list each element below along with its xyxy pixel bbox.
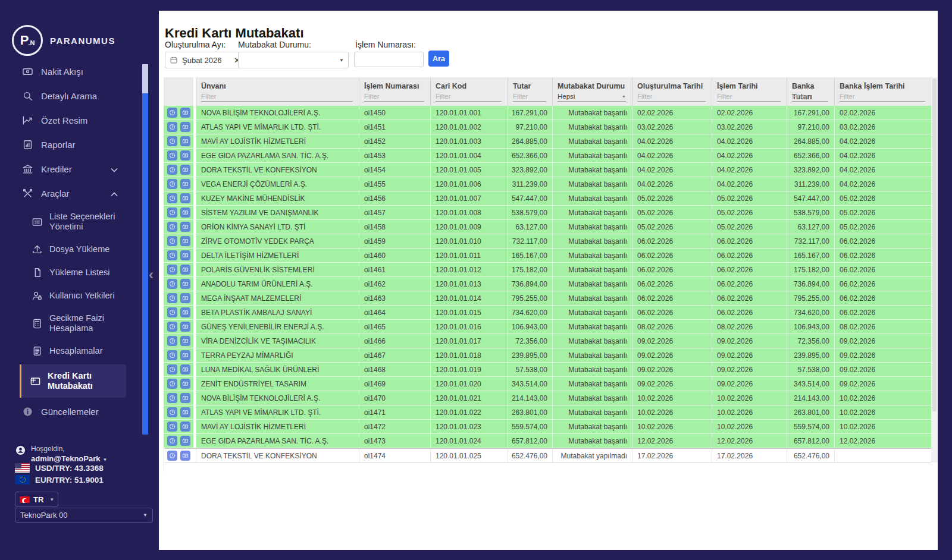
row-payment-button[interactable] <box>180 336 190 346</box>
txn-number-input[interactable] <box>354 52 424 67</box>
column-filter-input[interactable]: Filter <box>513 93 546 102</box>
table-row[interactable]: NOVA BİLİŞİM TEKNOLOJİLERİ A.Ş. oi1450 1… <box>164 106 931 120</box>
table-row[interactable]: LUNA MEDİKAL SAĞLIK ÜRÜNLERİ oi1468 120.… <box>164 363 931 377</box>
column-filter-input[interactable]: Filter <box>840 93 925 102</box>
sidebar-item-krediler[interactable]: Krediler <box>0 157 140 181</box>
row-payment-button[interactable] <box>180 436 190 446</box>
row-payment-button[interactable] <box>180 222 190 232</box>
row-payment-button[interactable] <box>180 165 190 175</box>
sidebar-item-nakit-akisi[interactable]: Nakit Akışı <box>0 59 140 84</box>
row-history-button[interactable] <box>167 108 177 118</box>
table-row[interactable]: ZİRVE OTOMOTİV YEDEK PARÇA oi1459 120.01… <box>164 234 931 248</box>
row-payment-button[interactable] <box>180 250 190 260</box>
table-row[interactable]: MAVİ AY LOJİSTİK HİZMETLERİ oi1472 120.0… <box>164 420 931 434</box>
sidebar-item-ozet-resim[interactable]: Özet Resim <box>0 108 140 133</box>
sidebar-scrollbar[interactable] <box>142 64 148 435</box>
row-history-button[interactable] <box>167 179 177 189</box>
sidebar-subitem-dosya-yukleme[interactable]: Dosya Yükleme <box>0 238 140 261</box>
table-row[interactable]: SİSTEM YAZILIM VE DANIŞMANLIK oi1457 120… <box>164 206 931 220</box>
row-payment-button[interactable] <box>180 265 190 275</box>
row-payment-button[interactable] <box>180 150 190 161</box>
table-row[interactable]: NOVA BİLİŞİM TEKNOLOJİLERİ A.Ş. oi1470 1… <box>164 391 931 405</box>
row-history-button[interactable] <box>167 350 177 360</box>
row-payment-button[interactable] <box>180 136 190 146</box>
column-filter-input[interactable]: Filter <box>364 93 424 102</box>
column-filter-input[interactable]: Filter <box>201 93 353 102</box>
table-row[interactable]: VİRA DENİZCİLİK VE TAŞIMACILIK oi1466 12… <box>164 334 931 348</box>
row-history-button[interactable] <box>167 379 177 389</box>
table-row[interactable]: ZENİT ENDÜSTRİYEL TASARIM oi1469 120.01.… <box>164 377 931 391</box>
table-row[interactable]: ATLAS YAPI VE MİMARLIK LTD. ŞTİ. oi1471 … <box>164 405 931 420</box>
row-history-button[interactable] <box>167 207 177 218</box>
sidebar-subitem-kullanici-yetkileri[interactable]: Kullanıcı Yetkileri <box>0 284 140 307</box>
table-row[interactable]: EGE GIDA PAZARLAMA SAN. TİC. A.Ş. oi1473… <box>164 434 931 448</box>
sidebar-scrollbar-thumb[interactable] <box>142 64 148 93</box>
row-history-button[interactable] <box>167 236 177 246</box>
sidebar-subitem-gecikme-faizi[interactable]: Gecikme Faizi Hesaplama <box>0 307 140 339</box>
table-row[interactable]: ATLAS YAPI VE MİMARLIK LTD. ŞTİ. oi1451 … <box>164 120 931 134</box>
row-payment-button[interactable] <box>180 279 190 289</box>
table-scrollbar[interactable] <box>931 77 938 463</box>
row-payment-button[interactable] <box>180 350 190 360</box>
row-history-button[interactable] <box>167 193 177 203</box>
row-history-button[interactable] <box>167 364 177 375</box>
table-row[interactable]: POLARİS GÜVENLİK SİSTEMLERİ oi1461 120.0… <box>164 263 931 277</box>
user-block[interactable]: Hoşgeldin, admin@TeknoPark▼ <box>15 445 107 465</box>
status-select[interactable]: ▼ <box>238 52 349 68</box>
row-payment-button[interactable] <box>180 322 190 332</box>
company-select[interactable]: TeknoPark 00 ▼ <box>15 508 153 523</box>
sidebar-item-araclar[interactable]: Araçlar <box>0 181 140 206</box>
sidebar-item-raporlar[interactable]: Raporlar <box>0 133 140 157</box>
row-history-button[interactable] <box>167 293 177 303</box>
row-payment-button[interactable] <box>180 451 190 461</box>
row-payment-button[interactable] <box>180 364 190 375</box>
table-scrollbar-thumb[interactable] <box>932 78 937 411</box>
row-history-button[interactable] <box>167 250 177 260</box>
sidebar-item-detayli-arama[interactable]: Detaylı Arama <box>0 84 140 108</box>
row-payment-button[interactable] <box>180 393 190 403</box>
table-row[interactable]: ORİON KİMYA SANAYİ LTD. ŞTİ oi1458 120.0… <box>164 220 931 234</box>
row-history-button[interactable] <box>167 322 177 332</box>
sidebar-subitem-hesaplamalar[interactable]: Hesaplamalar <box>0 339 140 363</box>
row-payment-button[interactable] <box>180 193 190 203</box>
sidebar-item-guncellemeler[interactable]: Güncellemeler <box>0 399 140 424</box>
row-payment-button[interactable] <box>180 421 190 432</box>
search-button[interactable]: Ara <box>428 51 449 67</box>
table-row[interactable]: DELTA İLETİŞİM HİZMETLERİ oi1460 120.01.… <box>164 248 931 263</box>
table-row[interactable]: BETA PLASTİK AMBALAJ SANAYİ oi1464 120.0… <box>164 306 931 320</box>
row-payment-button[interactable] <box>180 108 190 118</box>
row-payment-button[interactable] <box>180 407 190 417</box>
sidebar-subitem-yukleme-listesi[interactable]: Yükleme Listesi <box>0 261 140 284</box>
language-select[interactable]: TR ▼ <box>15 492 58 507</box>
row-history-button[interactable] <box>167 307 177 317</box>
row-history-button[interactable] <box>167 265 177 275</box>
table-row[interactable]: DORA TEKSTİL VE KONFEKSİYON oi1454 120.0… <box>164 163 931 177</box>
month-picker[interactable]: Şubat 2026 ✕ <box>165 52 246 68</box>
column-filter-input[interactable]: Filter <box>717 93 781 102</box>
row-payment-button[interactable] <box>180 293 190 303</box>
table-row[interactable]: DORA TEKSTİL VE KONFEKSİYON oi1474 120.0… <box>164 448 931 463</box>
row-history-button[interactable] <box>167 336 177 346</box>
row-payment-button[interactable] <box>180 379 190 389</box>
table-row[interactable]: VEGA ENERJİ ÇÖZÜMLERİ A.Ş. oi1455 120.01… <box>164 177 931 191</box>
row-payment-button[interactable] <box>180 179 190 189</box>
table-row[interactable]: KUZEY MAKİNE MÜHENDİSLİK oi1456 120.01.0… <box>164 191 931 206</box>
row-history-button[interactable] <box>167 222 177 232</box>
column-filter-input[interactable]: Filter <box>436 93 502 102</box>
row-history-button[interactable] <box>167 436 177 446</box>
table-row[interactable]: EGE GIDA PAZARLAMA SAN. TİC. A.Ş. oi1453… <box>164 149 931 163</box>
column-filter-input[interactable]: Filter <box>637 93 706 102</box>
sidebar-collapse-button[interactable]: ‹ <box>149 266 154 283</box>
row-history-button[interactable] <box>167 122 177 132</box>
sidebar-subitem-liste-secenekleri[interactable]: Liste Seçenekleri Yönetimi <box>0 206 140 238</box>
table-row[interactable]: GÜNEŞ YENİLENEBİLİR ENERJİ A.Ş. oi1465 1… <box>164 320 931 334</box>
row-history-button[interactable] <box>167 393 177 403</box>
table-row[interactable]: MAVİ AY LOJİSTİK HİZMETLERİ oi1452 120.0… <box>164 134 931 149</box>
column-filter-input[interactable]: Filter <box>792 93 828 102</box>
row-history-button[interactable] <box>167 421 177 432</box>
row-history-button[interactable] <box>167 165 177 175</box>
row-payment-button[interactable] <box>180 307 190 317</box>
row-history-button[interactable] <box>167 407 177 417</box>
row-payment-button[interactable] <box>180 236 190 246</box>
row-payment-button[interactable] <box>180 122 190 132</box>
